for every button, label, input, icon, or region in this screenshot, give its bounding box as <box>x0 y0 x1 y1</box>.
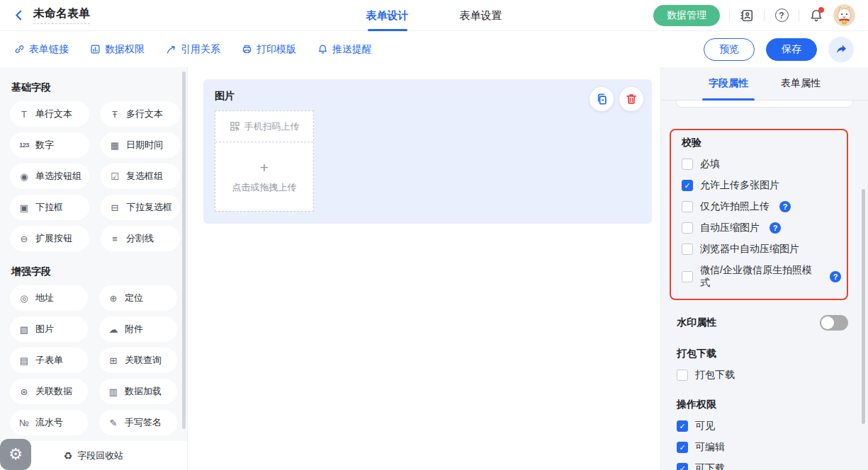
checkbox-editable[interactable]: ✓ 可编辑 <box>677 441 848 454</box>
plus-icon: + <box>260 160 269 175</box>
checkbox-package-download[interactable]: ✓ 打包下载 <box>677 369 848 382</box>
dropdown-icon: ▣ <box>18 202 30 213</box>
field-datetime[interactable]: ▦日期时间 <box>101 132 180 158</box>
toolbar-item-data-permission[interactable]: 数据权限 <box>90 43 145 56</box>
checkbox-visible[interactable]: ✓ 可见 <box>677 420 848 432</box>
properties-tabs: 字段属性 表单属性 <box>661 67 868 101</box>
checkbox-box[interactable]: ✓ <box>677 420 688 432</box>
enhanced-fields-grid: ◎地址 ⊕定位 ▧图片 ☁附件 ▤子表单 ⊞关联查询 ⊛关联数据 ▥数据加载 №… <box>10 285 177 435</box>
settings-gear-button[interactable]: ⚙ <box>0 439 31 470</box>
checkbox-box[interactable]: ✓ <box>682 271 693 282</box>
section-title-basic-fields: 基础字段 <box>11 81 177 94</box>
sidebar-scrollbar[interactable] <box>182 71 186 429</box>
share-button[interactable] <box>828 37 854 62</box>
checkbox-box[interactable]: ✓ <box>677 369 688 381</box>
tab-form-settings[interactable]: 表单设置 <box>460 0 502 31</box>
toolbar-item-print-template[interactable]: 打印模版 <box>242 43 296 56</box>
preview-button[interactable]: 预览 <box>704 38 755 61</box>
field-multi-line-text[interactable]: Ŧ多行文本 <box>101 101 180 127</box>
field-radio-group[interactable]: ◉单选按钮组 <box>10 164 89 189</box>
data-manage-button[interactable]: 数据管理 <box>653 5 720 26</box>
copy-field-button[interactable] <box>590 87 614 111</box>
checkbox-box[interactable]: ✓ <box>677 463 688 470</box>
contacts-icon[interactable] <box>739 8 755 23</box>
data-load-icon: ▥ <box>107 386 120 397</box>
checkbox-browser-auto-compress[interactable]: ✓ 浏览器中自动压缩图片 <box>682 243 841 256</box>
field-multi-dropdown[interactable]: ⊟下拉复选框 <box>101 195 180 220</box>
panel-scrollbar[interactable] <box>862 189 865 424</box>
checkbox-required[interactable]: ✓ 必填 <box>682 158 841 171</box>
field-dropdown[interactable]: ▣下拉框 <box>10 195 89 220</box>
help-icon[interactable]: ? <box>774 8 789 23</box>
checkbox-box[interactable]: ✓ <box>682 201 693 212</box>
field-location[interactable]: ⊕定位 <box>99 285 177 311</box>
checkbox-camera-only-upload[interactable]: ✓ 仅允许拍照上传 ? <box>682 200 841 213</box>
tab-form-design[interactable]: 表单设计 <box>366 0 409 31</box>
image-field-card[interactable]: 图片 <box>203 79 652 224</box>
checkbox-box[interactable]: ✓ <box>682 180 693 191</box>
signature-icon: ✎ <box>107 418 120 428</box>
click-or-drag-upload-area[interactable]: + 点击或拖拽上传 <box>215 142 313 211</box>
bell-icon <box>317 44 328 55</box>
field-divider-line[interactable]: ≡分割线 <box>101 226 180 251</box>
field-related-data[interactable]: ⊛关联数据 <box>10 379 88 404</box>
attachment-icon: ☁ <box>107 324 120 335</box>
checkbox-box[interactable]: ✓ <box>682 243 693 255</box>
watermark-section-title: 水印属性 <box>677 316 716 329</box>
multi-dropdown-icon: ⊟ <box>108 202 121 213</box>
tab-field-properties[interactable]: 字段属性 <box>709 67 748 100</box>
notification-bell-icon[interactable] <box>808 8 824 23</box>
operation-permission-title: 操作权限 <box>677 399 848 411</box>
checkbox-box[interactable]: ✓ <box>682 222 693 234</box>
checkbox-allow-multiple-images[interactable]: ✓ 允许上传多张图片 <box>682 179 841 192</box>
back-icon[interactable] <box>13 9 25 21</box>
field-data-load[interactable]: ▥数据加载 <box>99 379 177 404</box>
expand-button-icon: ⊖ <box>18 234 30 244</box>
field-checkbox-group[interactable]: ☑复选框组 <box>101 164 180 189</box>
field-signature[interactable]: ✎手写签名 <box>99 410 177 435</box>
checkbox-box[interactable]: ✓ <box>677 442 688 453</box>
watermark-toggle[interactable] <box>820 315 848 331</box>
data-permission-icon <box>90 44 101 55</box>
toolbar-item-push-reminder[interactable]: 推送提醒 <box>317 43 372 56</box>
field-address[interactable]: ◎地址 <box>10 285 88 311</box>
scan-upload-button[interactable]: 手机扫码上传 <box>215 111 313 142</box>
operation-permission-section: 操作权限 ✓ 可见 ✓ 可编辑 ✓ 可下载 <box>677 399 848 470</box>
image-upload-widget: 手机扫码上传 + 点击或拖拽上传 <box>215 110 314 212</box>
field-attachment[interactable]: ☁附件 <box>99 316 177 342</box>
toolbar-item-reference-relation[interactable]: 引用关系 <box>166 43 220 56</box>
field-number[interactable]: 123数字 <box>10 132 89 158</box>
field-serial-number[interactable]: №流水号 <box>10 410 88 435</box>
form-title[interactable]: 未命名表单 <box>33 6 90 23</box>
field-related-query[interactable]: ⊞关联查询 <box>99 348 177 373</box>
link-icon <box>14 44 25 55</box>
share-arrow-icon <box>835 43 847 55</box>
single-line-text-icon: T <box>18 109 30 120</box>
checkbox-downloadable[interactable]: ✓ 可下载 <box>677 462 848 470</box>
checkbox-group-icon: ☑ <box>108 171 121 182</box>
help-icon[interactable]: ? <box>779 201 791 212</box>
save-button[interactable]: 保存 <box>766 38 817 61</box>
toolbar-item-form-link[interactable]: 表单链接 <box>14 43 69 56</box>
help-icon[interactable]: ? <box>830 271 841 282</box>
delete-field-button[interactable] <box>619 87 643 111</box>
form-canvas[interactable]: 图片 <box>188 67 660 470</box>
field-image[interactable]: ▧图片 <box>10 316 88 342</box>
field-subform[interactable]: ▤子表单 <box>10 348 88 373</box>
checkbox-auto-compress-image[interactable]: ✓ 自动压缩图片 ? <box>682 222 841 234</box>
checkbox-box[interactable]: ✓ <box>682 159 693 170</box>
divider <box>729 10 730 21</box>
qr-code-icon <box>230 121 240 132</box>
radio-group-icon: ◉ <box>18 171 30 182</box>
scrolled-input-remnant[interactable] <box>676 101 853 108</box>
help-icon[interactable]: ? <box>770 222 781 234</box>
serial-number-icon: № <box>18 418 30 428</box>
checkbox-wechat-native-camera-mode[interactable]: ✓ 微信/企业微信原生拍照模式 ? <box>682 264 841 290</box>
divider <box>764 10 765 21</box>
field-single-line-text[interactable]: T单行文本 <box>10 101 89 127</box>
tab-form-properties[interactable]: 表单属性 <box>781 67 821 100</box>
field-expand-button[interactable]: ⊖扩展按钮 <box>10 226 89 251</box>
field-card-title: 图片 <box>215 90 641 103</box>
user-avatar[interactable] <box>833 4 855 26</box>
secondary-toolbar: 表单链接 数据权限 引用关系 <box>0 31 868 67</box>
